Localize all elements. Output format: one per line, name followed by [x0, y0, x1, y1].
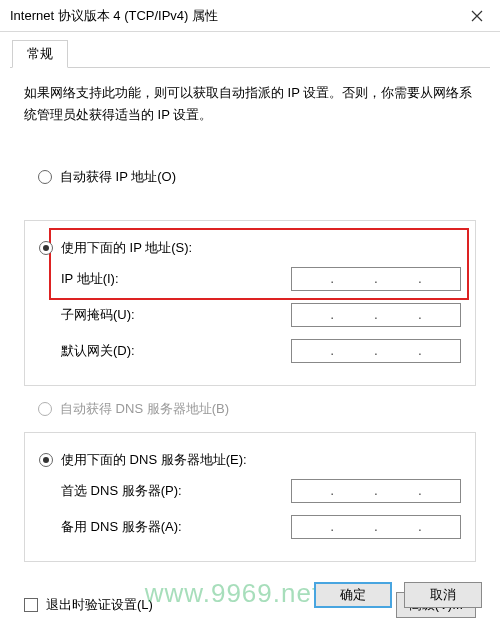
dns-auto-group: 自动获得 DNS 服务器地址(B)	[24, 400, 476, 418]
dialog-buttons: 确定 取消	[314, 582, 482, 608]
ip-auto-group: 自动获得 IP 地址(O)	[24, 150, 476, 206]
field-dns-preferred: 首选 DNS 服务器(P): ...	[39, 479, 461, 503]
radio-icon	[39, 241, 53, 255]
dns-alternate-label: 备用 DNS 服务器(A):	[61, 518, 291, 536]
tab-strip: 常规	[10, 42, 490, 68]
subnet-input[interactable]: ...	[291, 303, 461, 327]
dns-preferred-input[interactable]: ...	[291, 479, 461, 503]
field-ip-address: IP 地址(I): ...	[39, 267, 461, 291]
radio-icon	[38, 402, 52, 416]
radio-ip-auto[interactable]: 自动获得 IP 地址(O)	[38, 168, 462, 186]
window-title: Internet 协议版本 4 (TCP/IPv4) 属性	[10, 7, 218, 25]
radio-ip-auto-label: 自动获得 IP 地址(O)	[60, 168, 176, 186]
dns-preferred-label: 首选 DNS 服务器(P):	[61, 482, 291, 500]
checkbox-validate[interactable]: 退出时验证设置(L)	[24, 596, 153, 614]
radio-icon	[39, 453, 53, 467]
subnet-label: 子网掩码(U):	[61, 306, 291, 324]
validate-label: 退出时验证设置(L)	[46, 596, 153, 614]
field-subnet: 子网掩码(U): ...	[39, 303, 461, 327]
description-text: 如果网络支持此功能，则可以获取自动指派的 IP 设置。否则，你需要从网络系统管理…	[24, 82, 476, 126]
gateway-label: 默认网关(D):	[61, 342, 291, 360]
radio-dns-auto-label: 自动获得 DNS 服务器地址(B)	[60, 400, 229, 418]
close-icon	[471, 10, 483, 22]
radio-dns-manual-label: 使用下面的 DNS 服务器地址(E):	[61, 451, 247, 469]
close-button[interactable]	[454, 0, 500, 32]
radio-dns-auto: 自动获得 DNS 服务器地址(B)	[38, 400, 462, 418]
content-area: 如果网络支持此功能，则可以获取自动指派的 IP 设置。否则，你需要从网络系统管理…	[0, 68, 500, 586]
ok-button[interactable]: 确定	[314, 582, 392, 608]
title-bar: Internet 协议版本 4 (TCP/IPv4) 属性	[0, 0, 500, 32]
field-dns-alternate: 备用 DNS 服务器(A): ...	[39, 515, 461, 539]
cancel-button[interactable]: 取消	[404, 582, 482, 608]
dns-alternate-input[interactable]: ...	[291, 515, 461, 539]
field-gateway: 默认网关(D): ...	[39, 339, 461, 363]
radio-icon	[38, 170, 52, 184]
radio-ip-manual[interactable]: 使用下面的 IP 地址(S):	[39, 239, 461, 257]
tab-general[interactable]: 常规	[12, 40, 68, 68]
radio-dns-manual[interactable]: 使用下面的 DNS 服务器地址(E):	[39, 451, 461, 469]
checkbox-icon	[24, 598, 38, 612]
ip-address-input[interactable]: ...	[291, 267, 461, 291]
radio-ip-manual-label: 使用下面的 IP 地址(S):	[61, 239, 192, 257]
dns-manual-group: 使用下面的 DNS 服务器地址(E): 首选 DNS 服务器(P): ... 备…	[24, 432, 476, 562]
ip-manual-group: 使用下面的 IP 地址(S): IP 地址(I): ... 子网掩码(U): .…	[24, 220, 476, 386]
gateway-input[interactable]: ...	[291, 339, 461, 363]
ip-address-label: IP 地址(I):	[61, 270, 291, 288]
